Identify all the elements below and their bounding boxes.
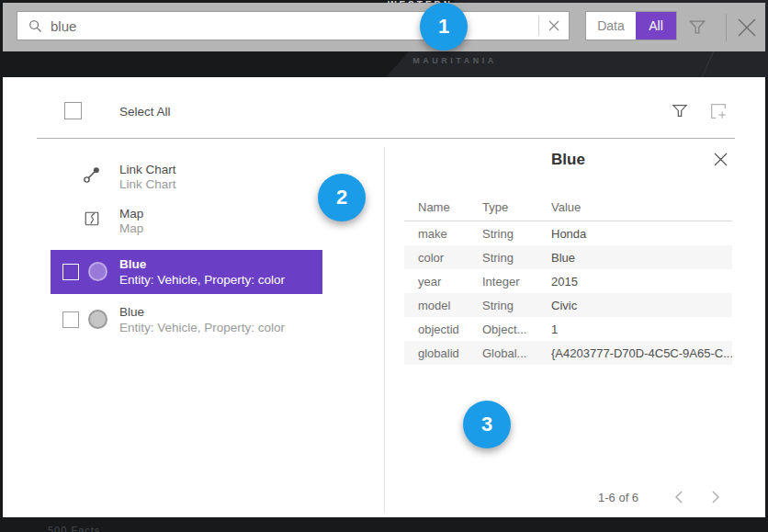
- search-scope-toggle: Data All: [585, 11, 677, 40]
- close-search-icon[interactable]: [735, 16, 759, 40]
- cell-type: Global...: [469, 346, 537, 360]
- search-toolbar: Data All: [3, 3, 765, 51]
- search-results-panel: Select All Link Chart Link Cha: [3, 77, 765, 517]
- result-title: Blue: [119, 256, 285, 272]
- cell-name: objectid: [404, 323, 469, 336]
- cell-value: Honda: [537, 227, 732, 241]
- table-header-row: Name Type Value: [404, 193, 732, 221]
- column-header: Name: [404, 200, 469, 214]
- cell-type: String: [469, 299, 537, 312]
- map-icon: [84, 210, 100, 227]
- detail-close-icon[interactable]: [713, 152, 728, 167]
- table-row: year Integer 2015: [404, 269, 732, 293]
- property-table: Name Type Value make String Honda color …: [404, 193, 732, 365]
- link-chart-icon: [83, 165, 101, 184]
- entity-circle-icon: [88, 262, 107, 281]
- result-item-map[interactable]: Map Map: [119, 207, 143, 236]
- search-icon: [28, 18, 43, 34]
- scope-option-all[interactable]: All: [636, 12, 676, 40]
- result-subtitle: Entity: Vehicle, Property: color: [119, 272, 285, 288]
- pagination-prev-icon[interactable]: [668, 486, 690, 508]
- cell-value: 1: [537, 323, 732, 336]
- select-all-checkbox[interactable]: [64, 102, 82, 119]
- result-item-blue-selected[interactable]: Blue Entity: Vehicle, Property: color: [51, 250, 322, 294]
- cell-name: globalid: [404, 346, 469, 360]
- add-to-selection-icon[interactable]: [707, 101, 729, 121]
- cell-name: year: [404, 275, 469, 289]
- scope-option-data[interactable]: Data: [586, 12, 636, 40]
- select-all-label: Select All: [119, 105, 171, 119]
- column-header: Value: [537, 200, 732, 214]
- cell-type: Object...: [469, 323, 537, 336]
- toolbar-divider: [726, 14, 727, 41]
- table-row: make String Honda: [404, 221, 732, 245]
- app-window: WESTERN MAURITANIA 500 Facts Data All: [0, 0, 768, 532]
- detail-title: Blue: [404, 151, 732, 169]
- search-box[interactable]: [17, 11, 570, 40]
- table-row: globalid Global... {A4203777-D70D-4C5C-9…: [404, 341, 732, 365]
- result-title: Link Chart: [119, 163, 176, 177]
- column-header: Type: [469, 200, 537, 214]
- annotation-badge-1: 1: [420, 3, 468, 51]
- result-checkbox[interactable]: [62, 264, 79, 280]
- cell-value: 2015: [537, 275, 732, 289]
- result-subtitle: Map: [119, 221, 143, 236]
- map-label-facts: 500 Facts: [48, 525, 100, 532]
- table-row: color String Blue: [404, 245, 732, 269]
- result-item-link-chart[interactable]: Link Chart Link Chart: [119, 163, 176, 192]
- result-subtitle: Entity: Vehicle, Property: color: [119, 320, 285, 335]
- results-filter-icon[interactable]: [671, 101, 689, 119]
- table-row: model String Civic: [404, 293, 732, 317]
- result-checkbox[interactable]: [62, 311, 79, 328]
- result-item-blue[interactable]: Blue Entity: Vehicle, Property: color: [51, 298, 322, 342]
- result-subtitle: Link Chart: [119, 177, 176, 192]
- map-label-mauritania: MAURITANIA: [404, 56, 505, 65]
- cell-name: model: [404, 299, 469, 312]
- cell-name: make: [404, 227, 469, 241]
- panel-header-divider: [37, 138, 735, 139]
- cell-value: {A4203777-D70D-4C5C-9A65-C...: [537, 346, 732, 360]
- annotation-badge-3: 3: [463, 401, 511, 448]
- entity-circle-icon: [88, 310, 107, 329]
- annotation-badge-2: 2: [318, 174, 366, 221]
- result-title: Map: [119, 207, 143, 221]
- cell-type: String: [469, 227, 537, 241]
- cell-value: Blue: [537, 251, 732, 265]
- filter-icon[interactable]: [687, 17, 707, 37]
- panel-vertical-divider: [384, 147, 385, 513]
- search-clear-button[interactable]: [539, 12, 569, 40]
- cell-name: color: [404, 251, 469, 265]
- cell-value: Civic: [537, 299, 732, 312]
- cell-type: String: [469, 251, 537, 265]
- pagination-range: 1-6 of 6: [598, 491, 638, 504]
- pagination-next-icon[interactable]: [705, 486, 727, 508]
- result-title: Blue: [119, 304, 285, 320]
- table-row: objectid Object... 1: [404, 317, 732, 341]
- cell-type: Integer: [469, 275, 537, 289]
